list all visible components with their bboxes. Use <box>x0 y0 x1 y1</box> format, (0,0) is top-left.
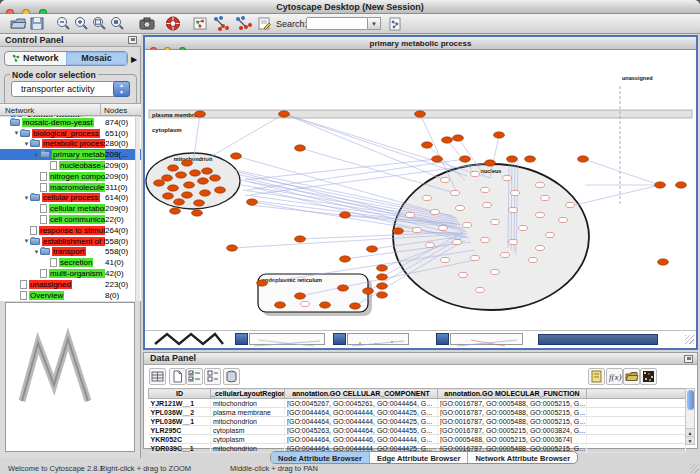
minimized-window-icon[interactable] <box>333 333 346 345</box>
gene-node-unfilled[interactable] <box>509 239 518 244</box>
gene-node-unfilled[interactable] <box>423 195 432 200</box>
gene-node[interactable] <box>485 160 496 166</box>
select-attributes-icon[interactable] <box>186 368 203 385</box>
gene-node[interactable] <box>174 199 185 205</box>
gene-node-unfilled[interactable] <box>426 242 435 247</box>
gene-node[interactable] <box>295 236 306 242</box>
function-builder-icon[interactable]: f(x) <box>606 368 623 385</box>
tree-row[interactable]: unassigned223(0) <box>0 279 141 290</box>
gene-node-unfilled[interactable] <box>459 272 468 277</box>
gene-node[interactable] <box>494 132 505 138</box>
attribute-notes-icon[interactable] <box>588 368 605 385</box>
tree-row[interactable]: ▼primary metabolic p209(... <box>0 149 141 160</box>
collapsed-window-bar[interactable] <box>538 334 658 345</box>
gene-node[interactable] <box>460 156 471 162</box>
scroll-down-icon[interactable]: ▼ <box>686 436 694 444</box>
edit-annotations-icon[interactable] <box>255 15 273 32</box>
gene-node-unfilled[interactable] <box>501 252 510 257</box>
zoom-out-icon[interactable] <box>54 15 72 32</box>
gene-node-unfilled[interactable] <box>301 301 310 306</box>
gene-node[interactable] <box>377 292 388 298</box>
gene-node[interactable] <box>231 153 242 159</box>
window-resize-grip[interactable] <box>690 464 699 473</box>
gene-node-unfilled[interactable] <box>511 190 520 195</box>
minimized-window-titlebar[interactable] <box>347 333 409 345</box>
minimized-window-icon[interactable] <box>436 333 449 345</box>
tab-mosaic[interactable]: Mosaic <box>66 52 127 65</box>
gene-node[interactable] <box>578 156 589 162</box>
gene-node-unfilled[interactable] <box>481 187 490 192</box>
gene-node[interactable] <box>184 182 195 188</box>
minimized-window-icon[interactable] <box>235 333 248 345</box>
gene-node-unfilled[interactable] <box>546 232 555 237</box>
gene-node[interactable] <box>393 228 404 234</box>
tab-network[interactable]: Network <box>5 52 66 65</box>
expand-arrow-icon[interactable]: ▼ <box>33 249 40 255</box>
table-row[interactable]: YPL036W__1mitochondrion[GO:0044464, GO:0… <box>149 417 686 426</box>
table-row[interactable]: YKR052Ccytoplasm[GO:0044464, GO:0044446,… <box>149 435 686 444</box>
gene-node[interactable] <box>247 199 258 205</box>
search-dropdown-arrow-icon[interactable]: ▼ <box>368 17 381 30</box>
minimized-window-titlebar[interactable] <box>450 333 523 345</box>
apply-layout-alt-icon[interactable] <box>234 15 252 32</box>
gene-node[interactable] <box>190 170 201 176</box>
minimized-window-titlebar[interactable] <box>249 333 325 345</box>
zoom-in-icon[interactable] <box>72 15 90 32</box>
import-network-icon[interactable] <box>386 15 404 32</box>
help-icon[interactable] <box>164 15 182 32</box>
expand-arrow-icon[interactable]: ▼ <box>33 152 40 158</box>
gene-node-unfilled[interactable] <box>451 190 460 195</box>
tree-row[interactable]: response to stimulu264(0) <box>0 225 141 236</box>
gene-node[interactable] <box>210 175 221 181</box>
gene-node-unfilled[interactable] <box>491 219 500 224</box>
gene-node[interactable] <box>432 156 443 162</box>
gene-node[interactable] <box>453 135 464 141</box>
table-row[interactable]: YLR295Ccytoplasm[GO:0045263, GO:0044464,… <box>149 426 686 435</box>
tree-row[interactable]: ▼establishment of loc558(0) <box>0 236 141 247</box>
gene-node[interactable] <box>227 245 238 251</box>
gene-node-unfilled[interactable] <box>483 202 492 207</box>
column-header[interactable]: annotation.GO CELLULAR_COMPONENT <box>285 389 438 399</box>
gene-node-unfilled[interactable] <box>559 217 568 222</box>
table-scrollbar[interactable]: ▲ ▼ <box>685 388 695 445</box>
gene-node-unfilled[interactable] <box>491 269 500 274</box>
gene-node[interactable] <box>162 175 173 181</box>
gene-node[interactable] <box>202 168 213 174</box>
column-header[interactable]: ID <box>149 389 211 399</box>
tree-row[interactable]: ▼biological_process651(0) <box>0 128 141 139</box>
gene-node[interactable] <box>279 111 290 117</box>
import-attributes-icon[interactable] <box>623 368 640 385</box>
float-panel-icon[interactable] <box>128 36 137 44</box>
gene-node-unfilled[interactable] <box>439 225 448 230</box>
gene-node-unfilled[interactable] <box>463 222 472 227</box>
tree-scrollbar[interactable] <box>135 117 140 301</box>
gene-node-unfilled[interactable] <box>441 257 450 262</box>
tree-row[interactable]: secretion41(0) <box>0 257 141 268</box>
gene-node[interactable] <box>295 145 306 151</box>
apply-layout-icon[interactable] <box>212 15 230 32</box>
gene-node[interactable] <box>658 259 669 265</box>
gene-node[interactable] <box>320 302 331 308</box>
float-data-panel-icon[interactable] <box>684 355 693 363</box>
gene-node[interactable] <box>350 303 361 309</box>
birds-eye-view[interactable] <box>5 302 135 452</box>
gene-node[interactable] <box>215 187 226 193</box>
gene-node-unfilled[interactable] <box>519 225 528 230</box>
network-view-titlebar[interactable]: primary metabolic process <box>145 37 696 50</box>
delete-attribute-icon[interactable] <box>223 368 240 385</box>
tab-network-attribute-browser[interactable]: Network Attribute Browser <box>468 452 577 463</box>
tree-row[interactable]: mosaic-demo-yeast874(0) <box>0 117 141 128</box>
tree-row[interactable]: nitrogen compoun209(0) <box>0 171 141 182</box>
gene-node-unfilled[interactable] <box>566 202 575 207</box>
gene-node[interactable] <box>340 212 351 218</box>
gene-node[interactable] <box>377 265 388 271</box>
table-row[interactable]: YJR121W__1mitochondrion[GO:0045267, GO:0… <box>149 399 686 408</box>
gene-node-unfilled[interactable] <box>456 205 465 210</box>
gene-node-unfilled[interactable] <box>536 212 545 217</box>
gene-node[interactable] <box>340 256 351 262</box>
gene-node[interactable] <box>168 165 179 171</box>
scroll-up-icon[interactable]: ▲ <box>686 428 694 436</box>
tree-row[interactable]: ▼transport558(0) <box>0 247 141 258</box>
gene-node-unfilled[interactable] <box>471 255 480 260</box>
tree-row[interactable]: cellular metaboli209(0) <box>0 203 141 214</box>
